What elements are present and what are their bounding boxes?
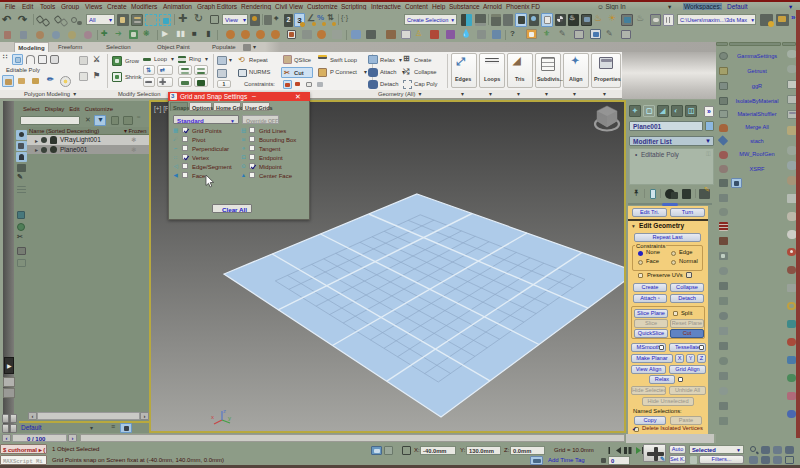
svg-text:z: z <box>223 408 226 414</box>
svg-text:x: x <box>211 414 214 420</box>
svg-text:y: y <box>228 415 231 421</box>
